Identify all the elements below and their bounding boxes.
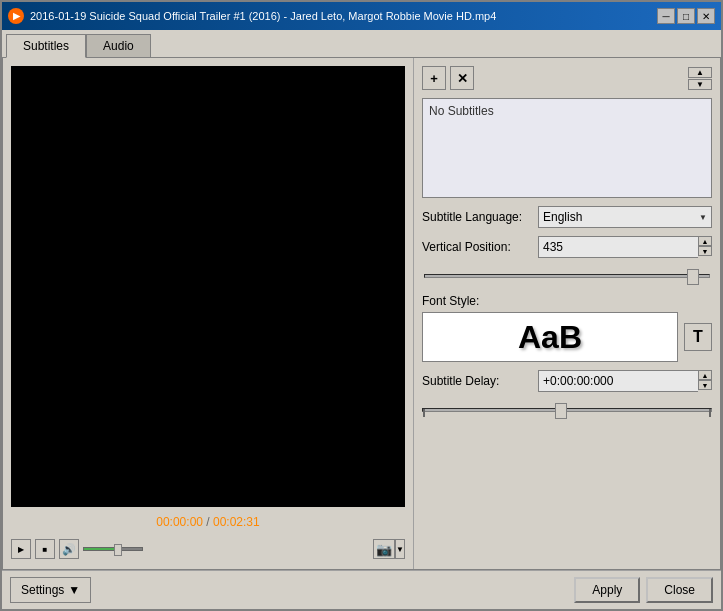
title-bar-left: ▶ 2016-01-19 Suicide Squad Official Trai…: [8, 8, 496, 24]
font-preview-row: AaB T: [422, 312, 712, 362]
font-style-row: Font Style:: [422, 294, 712, 308]
subtitle-delay-input: +0:00:00:000 ▲ ▼: [538, 370, 712, 392]
subtitle-toolbar-right: ▲ ▼: [688, 67, 712, 90]
add-subtitle-button[interactable]: +: [422, 66, 446, 90]
volume-track[interactable]: [83, 547, 143, 551]
font-t-button[interactable]: T: [684, 323, 712, 351]
subtitle-delay-slider[interactable]: [422, 400, 712, 420]
subtitle-list: No Subtitles: [422, 98, 712, 198]
minimize-button[interactable]: ─: [657, 8, 675, 24]
remove-subtitle-button[interactable]: ✕: [450, 66, 474, 90]
close-dialog-button[interactable]: Close: [646, 577, 713, 603]
volume-slider[interactable]: [83, 547, 143, 551]
video-area: [11, 66, 405, 507]
font-style-section: Font Style: AaB T: [422, 294, 712, 362]
tab-subtitles[interactable]: Subtitles: [6, 34, 86, 58]
font-preview-box: AaB: [422, 312, 678, 362]
window-title: 2016-01-19 Suicide Squad Official Traile…: [30, 10, 496, 22]
camera-controls: 📷 ▼: [373, 539, 405, 559]
dropdown-arrow-icon: ▼: [699, 213, 707, 222]
time-current: 00:00:00: [156, 515, 203, 529]
delay-track[interactable]: [422, 408, 712, 412]
tab-bar: Subtitles Audio: [2, 30, 721, 57]
time-display: 00:00:00 / 00:02:31: [11, 513, 405, 531]
vertical-position-row: Vertical Position: 435 ▲ ▼: [422, 236, 712, 258]
close-window-button[interactable]: ✕: [697, 8, 715, 24]
main-window: ▶ 2016-01-19 Suicide Squad Official Trai…: [0, 0, 723, 611]
vertical-position-thumb[interactable]: [687, 269, 699, 285]
title-bar: ▶ 2016-01-19 Suicide Squad Official Trai…: [2, 2, 721, 30]
delay-tick-right: [709, 409, 711, 417]
subtitle-panel: + ✕ ▲ ▼ No Subtitles Subtitle Language:: [413, 58, 720, 569]
spin-up-button[interactable]: ▲: [698, 236, 712, 246]
delay-tick-left: [423, 409, 425, 417]
vertical-position-label: Vertical Position:: [422, 240, 532, 254]
screenshot-dropdown[interactable]: ▼: [395, 539, 405, 559]
subtitle-toolbar: + ✕ ▲ ▼: [422, 66, 712, 90]
vertical-position-track[interactable]: [424, 274, 710, 278]
settings-button[interactable]: Settings ▼: [10, 577, 91, 603]
delay-spin-down-button[interactable]: ▼: [698, 380, 712, 390]
time-separator: /: [203, 515, 213, 529]
vertical-position-value[interactable]: 435: [538, 236, 698, 258]
video-panel: 00:00:00 / 00:02:31 ▶ ■ 🔊 📷 ▼: [3, 58, 413, 569]
subtitle-delay-label: Subtitle Delay:: [422, 374, 532, 388]
subtitle-delay-value[interactable]: +0:00:00:000: [538, 370, 698, 392]
spin-down-button[interactable]: ▼: [698, 246, 712, 256]
app-icon: ▶: [8, 8, 24, 24]
time-total: 00:02:31: [213, 515, 260, 529]
subtitle-toolbar-left: + ✕: [422, 66, 474, 90]
subtitle-language-row: Subtitle Language: English ▼: [422, 206, 712, 228]
mute-button[interactable]: 🔊: [59, 539, 79, 559]
font-preview-text: AaB: [518, 319, 582, 356]
subtitle-language-value: English: [543, 210, 582, 224]
subtitle-delay-row: Subtitle Delay: +0:00:00:000 ▲ ▼: [422, 370, 712, 392]
delay-thumb[interactable]: [555, 403, 567, 419]
subtitle-language-dropdown[interactable]: English ▼: [538, 206, 712, 228]
subtitle-no-subtitles[interactable]: No Subtitles: [427, 103, 707, 119]
title-buttons: ─ □ ✕: [657, 8, 715, 24]
screenshot-button[interactable]: 📷: [373, 539, 395, 559]
play-button[interactable]: ▶: [11, 539, 31, 559]
subtitle-down-button[interactable]: ▼: [688, 79, 712, 90]
apply-button[interactable]: Apply: [574, 577, 640, 603]
subtitle-up-button[interactable]: ▲: [688, 67, 712, 78]
stop-button[interactable]: ■: [35, 539, 55, 559]
bottom-right-buttons: Apply Close: [574, 577, 713, 603]
vertical-position-input: 435 ▲ ▼: [538, 236, 712, 258]
vertical-position-spinner: ▲ ▼: [698, 236, 712, 258]
subtitle-language-label: Subtitle Language:: [422, 210, 532, 224]
settings-arrow-icon: ▼: [68, 583, 80, 597]
subtitle-delay-spinner: ▲ ▼: [698, 370, 712, 392]
settings-section: Settings ▼: [10, 577, 91, 603]
vertical-position-slider[interactable]: [422, 266, 712, 286]
main-content: 00:00:00 / 00:02:31 ▶ ■ 🔊 📷 ▼: [2, 57, 721, 570]
bottom-bar: Settings ▼ Apply Close: [2, 570, 721, 609]
font-style-label: Font Style:: [422, 294, 532, 308]
maximize-button[interactable]: □: [677, 8, 695, 24]
controls-bar: ▶ ■ 🔊 📷 ▼: [11, 537, 405, 561]
delay-spin-up-button[interactable]: ▲: [698, 370, 712, 380]
tab-audio[interactable]: Audio: [86, 34, 151, 57]
